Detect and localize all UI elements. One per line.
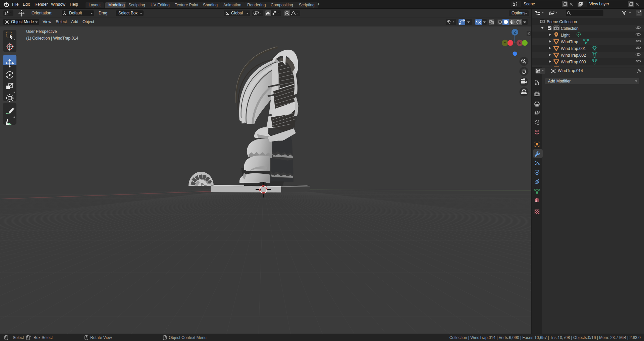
svg-text:Scene Collection: Scene Collection (547, 19, 577, 24)
svg-text:WindTrap.001: WindTrap.001 (561, 46, 586, 51)
svg-text:WindTrap.002: WindTrap.002 (561, 53, 586, 58)
svg-text:Collection: Collection (561, 26, 579, 31)
svg-text:WindTrap: WindTrap (561, 40, 578, 44)
svg-text:X: X (519, 41, 521, 45)
svg-text:Light: Light (561, 33, 570, 38)
svg-text:Y: Y (504, 41, 506, 45)
svg-text:Z: Z (514, 30, 516, 34)
svg-text:WindTrap.003: WindTrap.003 (561, 60, 586, 64)
